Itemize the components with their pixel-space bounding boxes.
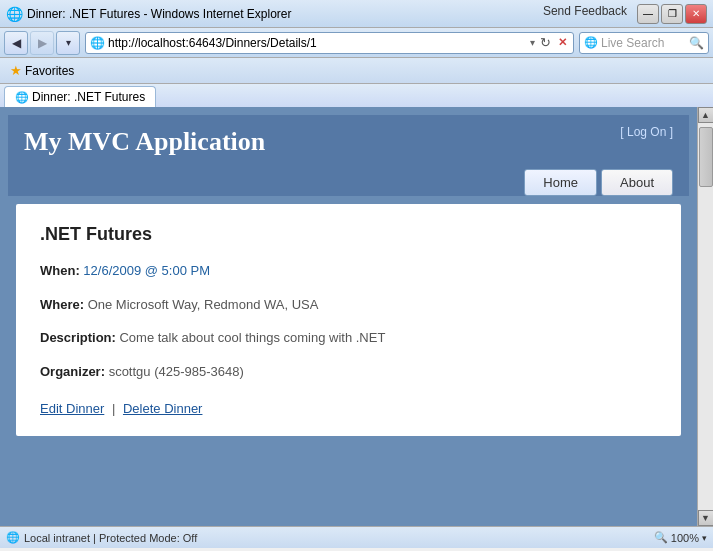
action-links: Edit Dinner | Delete Dinner [40, 401, 657, 416]
tab-icon: 🌐 [15, 91, 29, 104]
status-text: Local intranet | Protected Mode: Off [24, 532, 650, 544]
address-icon: 🌐 [90, 36, 105, 50]
browser-icon: 🌐 [6, 6, 23, 22]
dropdown-button[interactable]: ▾ [56, 31, 80, 55]
page-content: [ Log On ] My MVC Application Home About… [0, 107, 697, 526]
status-icon: 🌐 [6, 531, 20, 544]
window-controls: Send Feedback — ❐ ✕ [543, 4, 707, 24]
tab-bar: 🌐 Dinner: .NET Futures [0, 84, 713, 107]
address-dropdown-icon[interactable]: ▾ [530, 37, 535, 48]
log-on-link[interactable]: Log On [627, 125, 666, 139]
scrollbar[interactable]: ▲ ▼ [697, 107, 713, 526]
zoom-control[interactable]: 🔍 100% ▾ [654, 531, 707, 544]
log-on-area: [ Log On ] [620, 125, 673, 139]
delete-dinner-link[interactable]: Delete Dinner [123, 401, 203, 416]
close-button[interactable]: ✕ [685, 4, 707, 24]
zoom-dropdown-icon[interactable]: ▾ [702, 533, 707, 543]
app-header: [ Log On ] My MVC Application Home About [8, 115, 689, 196]
description-label: Description: [40, 330, 116, 345]
when-label: When: [40, 263, 80, 278]
search-icon[interactable]: 🔍 [689, 36, 704, 50]
where-field: Where: One Microsoft Way, Redmond WA, US… [40, 295, 657, 315]
live-search-icon: 🌐 [584, 36, 598, 49]
status-bar: 🌐 Local intranet | Protected Mode: Off 🔍… [0, 526, 713, 548]
back-button[interactable]: ◀ [4, 31, 28, 55]
where-label: Where: [40, 297, 84, 312]
scroll-down-button[interactable]: ▼ [698, 510, 714, 526]
action-separator: | [112, 401, 115, 416]
browser-viewport: [ Log On ] My MVC Application Home About… [0, 107, 713, 526]
search-input[interactable]: Live Search [601, 36, 686, 50]
minimize-button[interactable]: — [637, 4, 659, 24]
content-area: .NET Futures When: 12/6/2009 @ 5:00 PM W… [16, 204, 681, 436]
refresh-button[interactable]: ↻ [538, 35, 553, 50]
tab-label: Dinner: .NET Futures [32, 90, 145, 104]
scroll-thumb[interactable] [699, 127, 713, 187]
description-value: Come talk about cool things coming with … [119, 330, 385, 345]
scroll-track[interactable] [698, 123, 713, 510]
dinner-title: .NET Futures [40, 224, 657, 245]
forward-button[interactable]: ▶ [30, 31, 54, 55]
title-bar: 🌐 Dinner: .NET Futures - Windows Interne… [0, 0, 713, 28]
nav-bar: Home About [24, 165, 673, 196]
favorites-bar: ★ Favorites [0, 58, 713, 84]
search-bar[interactable]: 🌐 Live Search 🔍 [579, 32, 709, 54]
favorites-star-icon: ★ [10, 63, 22, 78]
address-bar[interactable]: 🌐 http://localhost:64643/Dinners/Details… [85, 32, 574, 54]
about-nav-button[interactable]: About [601, 169, 673, 196]
app-title: My MVC Application [24, 127, 673, 165]
when-field: When: 12/6/2009 @ 5:00 PM [40, 261, 657, 281]
browser-tab[interactable]: 🌐 Dinner: .NET Futures [4, 86, 156, 107]
scroll-up-button[interactable]: ▲ [698, 107, 714, 123]
address-text: http://localhost:64643/Dinners/Details/1 [108, 36, 527, 50]
when-value: 12/6/2009 @ 5:00 PM [83, 263, 210, 278]
edit-dinner-link[interactable]: Edit Dinner [40, 401, 104, 416]
restore-button[interactable]: ❐ [661, 4, 683, 24]
favorites-button[interactable]: ★ Favorites [6, 61, 78, 80]
send-feedback-link[interactable]: Send Feedback [543, 4, 627, 24]
organizer-label: Organizer: [40, 364, 105, 379]
where-value: One Microsoft Way, Redmond WA, USA [88, 297, 319, 312]
zoom-level: 100% [671, 532, 699, 544]
favorites-label: Favorites [25, 64, 74, 78]
zoom-icon: 🔍 [654, 531, 668, 544]
window-title: Dinner: .NET Futures - Windows Internet … [27, 7, 543, 21]
stop-button[interactable]: ✕ [556, 36, 569, 49]
home-nav-button[interactable]: Home [524, 169, 597, 196]
organizer-field: Organizer: scottgu (425-985-3648) [40, 362, 657, 382]
description-field: Description: Come talk about cool things… [40, 328, 657, 348]
toolbar: ◀ ▶ ▾ 🌐 http://localhost:64643/Dinners/D… [0, 28, 713, 58]
organizer-value: scottgu (425-985-3648) [109, 364, 244, 379]
